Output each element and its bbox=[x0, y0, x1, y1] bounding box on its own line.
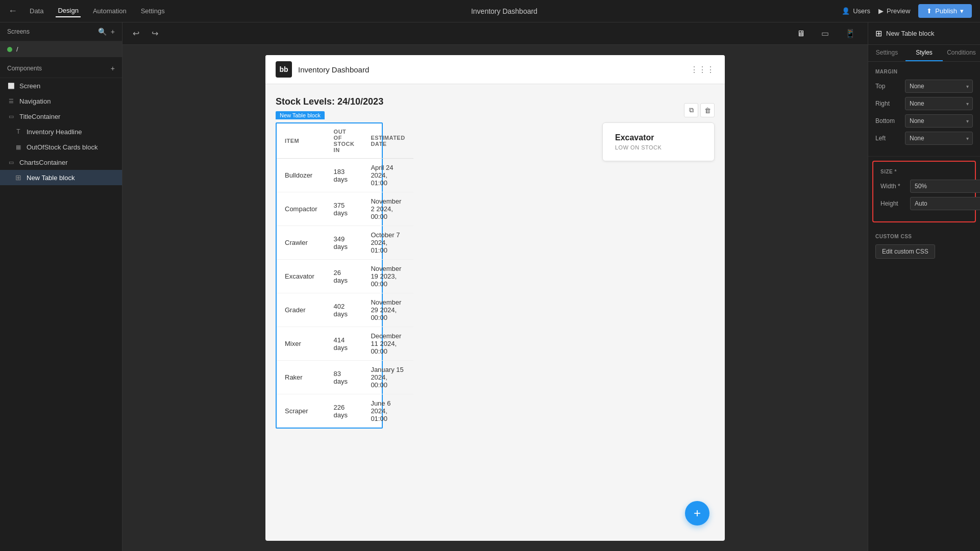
table-row: Scraper 226 days June 6 2024, 01:00 bbox=[277, 394, 413, 428]
cell-date: January 15 2024, 00:00 bbox=[362, 361, 413, 394]
right-panel-tabs: Settings Styles Conditions bbox=[868, 45, 980, 62]
canvas-toolbar: ↩ ↪ 🖥 ▭ 📱 bbox=[122, 22, 868, 45]
width-input[interactable] bbox=[910, 180, 980, 193]
table-header: ITEM OUT OF STOCK IN ESTIMATED DATE bbox=[277, 123, 413, 159]
col-header-out-of-stock: OUT OF STOCK IN bbox=[326, 123, 363, 159]
cell-date: April 24 2024, 01:00 bbox=[362, 159, 413, 192]
margin-left-select[interactable]: None bbox=[905, 132, 973, 145]
tab-automation[interactable]: Automation bbox=[91, 5, 129, 17]
publish-button[interactable]: ⬆ Publish ▾ bbox=[918, 4, 972, 18]
left-sidebar: Screens 🔍 + / Components + Screen Naviga… bbox=[0, 22, 122, 551]
app-header-actions[interactable]: ⋮⋮⋮ bbox=[690, 65, 715, 74]
app-frame: bb Inventory Dashboard ⋮⋮⋮ Stock Levels:… bbox=[265, 55, 725, 541]
tab-data[interactable]: Data bbox=[28, 5, 45, 17]
cell-item: Raker bbox=[277, 361, 326, 394]
components-section-header: Components + bbox=[0, 59, 122, 78]
table-row: Grader 402 days November 29 2024, 00:00 bbox=[277, 293, 413, 327]
margin-bottom-row: Bottom None bbox=[875, 114, 973, 128]
undo-button[interactable]: ↩ bbox=[131, 27, 141, 40]
charts-icon: ▭ bbox=[7, 158, 15, 166]
margin-bottom-select[interactable]: None bbox=[905, 114, 973, 128]
tab-styles[interactable]: Styles bbox=[905, 45, 943, 61]
cell-out-of-stock: 414 days bbox=[326, 327, 363, 361]
table-body: Bulldozer 183 days April 24 2024, 01:00 … bbox=[277, 159, 413, 428]
search-screens-button[interactable]: 🔍 bbox=[98, 28, 107, 36]
block-actions: ⧉ 🗑 bbox=[684, 103, 715, 117]
preview-icon: ▶ bbox=[878, 7, 884, 15]
users-button[interactable]: 👤 Users bbox=[842, 7, 870, 15]
tab-design[interactable]: Design bbox=[56, 5, 80, 17]
tablet-view-button[interactable]: ▭ bbox=[817, 27, 833, 40]
preview-button[interactable]: ▶ Preview bbox=[878, 7, 910, 15]
excavator-card: Excavator LOW ON STOCK bbox=[602, 122, 715, 161]
component-outofstock-cards[interactable]: ▦ OutOfStock Cards block bbox=[0, 139, 122, 155]
cell-out-of-stock: 183 days bbox=[326, 159, 363, 192]
table-row: Bulldozer 183 days April 24 2024, 01:00 bbox=[277, 159, 413, 192]
height-row: Height bbox=[880, 197, 968, 210]
app-logo: bb bbox=[276, 61, 292, 78]
width-label: Width * bbox=[880, 183, 906, 190]
publish-chevron: ▾ bbox=[960, 7, 964, 15]
desktop-view-button[interactable]: 🖥 bbox=[793, 27, 809, 40]
screen-active-dot bbox=[7, 47, 12, 52]
component-title-container[interactable]: ▭ TitleContainer bbox=[0, 109, 122, 124]
cell-item: Compactor bbox=[277, 192, 326, 226]
height-input[interactable] bbox=[910, 197, 980, 210]
right-panel-header: ⊞ New Table block bbox=[868, 22, 980, 45]
table-container: ITEM OUT OF STOCK IN ESTIMATED DATE Bull bbox=[276, 122, 383, 429]
component-navigation[interactable]: Navigation bbox=[0, 93, 122, 109]
cell-out-of-stock: 83 days bbox=[326, 361, 363, 394]
top-nav: ← Data Design Automation Settings Invent… bbox=[0, 0, 980, 22]
component-nav-label: Navigation bbox=[19, 97, 51, 105]
tab-settings[interactable]: Settings bbox=[868, 45, 905, 61]
component-outofstock-label: OutOfStock Cards block bbox=[27, 143, 97, 151]
table-row: Raker 83 days January 15 2024, 00:00 bbox=[277, 361, 413, 394]
component-charts-container[interactable]: ▭ ChartsContainer bbox=[0, 155, 122, 170]
margin-right-row: Right None bbox=[875, 97, 973, 110]
back-button[interactable]: ← bbox=[8, 6, 17, 16]
cell-item: Bulldozer bbox=[277, 159, 326, 192]
margin-top-select[interactable]: None bbox=[905, 80, 973, 93]
component-charts-label: ChartsContainer bbox=[19, 159, 68, 166]
add-component-button[interactable]: + bbox=[111, 64, 115, 72]
component-table-label: New Table block bbox=[27, 174, 75, 182]
cell-item: Mixer bbox=[277, 327, 326, 361]
screen-item-root[interactable]: / bbox=[0, 41, 122, 57]
delete-block-button[interactable]: 🗑 bbox=[700, 103, 715, 117]
margin-bottom-label: Bottom bbox=[875, 117, 901, 124]
cell-out-of-stock: 26 days bbox=[326, 260, 363, 293]
screen-icon bbox=[7, 82, 15, 90]
fab-button[interactable]: + bbox=[685, 501, 709, 525]
add-screen-button[interactable]: + bbox=[111, 28, 115, 36]
margin-right-select[interactable]: None bbox=[905, 97, 973, 110]
table-row: Mixer 414 days December 11 2024, 00:00 bbox=[277, 327, 413, 361]
headline-icon bbox=[14, 128, 22, 136]
cards-icon: ▦ bbox=[14, 143, 22, 151]
margin-left-select-wrapper: None bbox=[905, 132, 973, 145]
cell-date: November 19 2023, 00:00 bbox=[362, 260, 413, 293]
title-container-icon: ▭ bbox=[7, 112, 15, 120]
cell-out-of-stock: 375 days bbox=[326, 192, 363, 226]
size-label: SIZE * bbox=[880, 169, 968, 174]
edit-custom-css-button[interactable]: Edit custom CSS bbox=[875, 244, 935, 259]
screens-header-actions: 🔍 + bbox=[98, 28, 115, 36]
app-header: bb Inventory Dashboard ⋮⋮⋮ bbox=[265, 55, 725, 84]
block-label: New Table block bbox=[276, 111, 325, 119]
component-new-table-block[interactable]: New Table block bbox=[0, 170, 122, 185]
margin-left-label: Left bbox=[875, 135, 901, 142]
margin-section: MARGIN Top None Right None Bottom bbox=[868, 62, 980, 157]
component-inventory-headline[interactable]: Inventory Headline bbox=[0, 124, 122, 139]
table-row: Compactor 375 days November 2 2024, 00:0… bbox=[277, 192, 413, 226]
tab-conditions[interactable]: Conditions bbox=[943, 45, 980, 61]
card-item-name: Excavator bbox=[615, 133, 702, 142]
redo-button[interactable]: ↪ bbox=[150, 27, 160, 40]
component-screen-label: Screen bbox=[19, 82, 40, 90]
cell-out-of-stock: 402 days bbox=[326, 293, 363, 327]
custom-css-label: CUSTOM CSS bbox=[875, 234, 973, 239]
tab-settings[interactable]: Settings bbox=[139, 5, 167, 17]
copy-block-button[interactable]: ⧉ bbox=[684, 103, 698, 117]
component-screen[interactable]: Screen bbox=[0, 78, 122, 93]
mobile-view-button[interactable]: 📱 bbox=[841, 27, 860, 40]
table-row: Crawler 349 days October 7 2024, 01:00 bbox=[277, 226, 413, 260]
cell-date: November 2 2024, 00:00 bbox=[362, 192, 413, 226]
